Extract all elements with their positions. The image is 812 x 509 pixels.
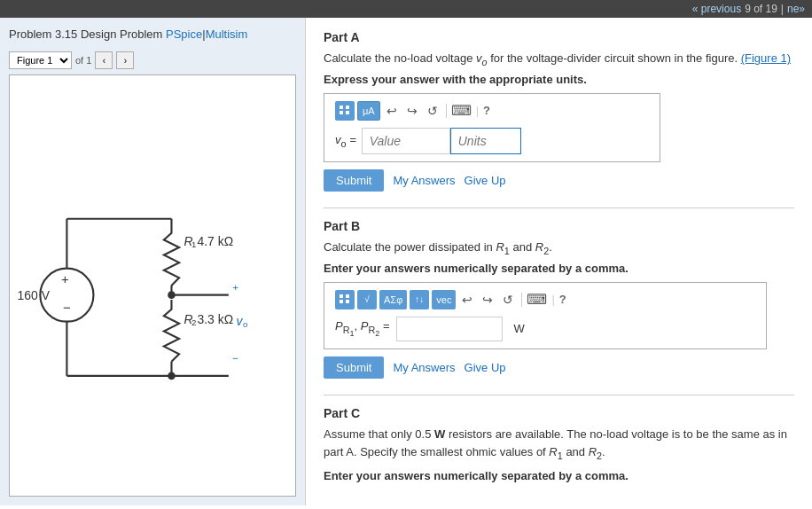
main-layout: Problem 3.15 Design Problem PSpice|Multi…	[0, 18, 812, 505]
redo-button[interactable]: ↪	[403, 102, 421, 120]
circuit-svg: + − 160 V R 1 4.7 kΩ	[10, 75, 295, 496]
b-undo-button[interactable]: ↩	[458, 291, 476, 309]
part-b-description: Calculate the power dissipated in R1 and…	[324, 239, 794, 258]
part-b-answer-box: √ ΑΣφ ↑↓ vec ↩ ↪ ↺ ⌨ | ? PR1, PR2 = W	[324, 282, 767, 349]
part-a-submit-button[interactable]: Submit	[324, 169, 384, 192]
vo-label: vo =	[335, 133, 356, 149]
keyboard-icon: ⌨	[451, 102, 472, 119]
b-vec-button[interactable]: vec	[432, 290, 456, 309]
part-b-instruction: Enter your answers numerically separated…	[324, 262, 794, 275]
circuit-diagram: + − 160 V R 1 4.7 kΩ	[9, 74, 296, 497]
matrix-button[interactable]	[335, 101, 355, 121]
power-input[interactable]	[396, 317, 503, 341]
part-a-submit-row: Submit My Answers Give Up	[324, 169, 794, 192]
figure-next-btn[interactable]: ›	[116, 51, 134, 69]
value-input[interactable]	[362, 128, 450, 154]
undo-button[interactable]: ↩	[383, 102, 401, 120]
part-a-instruction: Express your answer with the appropriate…	[324, 73, 794, 86]
next-link[interactable]: ne»	[787, 3, 805, 15]
part-b-title: Part B	[324, 219, 794, 233]
part-a-give-up-link[interactable]: Give Up	[465, 174, 506, 187]
right-panel: Part A Calculate the no-load voltage vo …	[306, 18, 812, 505]
part-b-submit-row: Submit My Answers Give Up	[324, 356, 794, 379]
tb-separator	[446, 104, 447, 118]
b-arrows-button[interactable]: ↑↓	[410, 290, 429, 309]
pspice-link[interactable]: PSpice	[166, 27, 202, 41]
b-separator-bar: |	[551, 293, 554, 306]
part-b-give-up-link[interactable]: Give Up	[465, 361, 506, 374]
part-b-input-row: PR1, PR2 = W	[335, 317, 755, 341]
svg-text:2: 2	[191, 317, 196, 327]
svg-text:+: +	[61, 271, 69, 286]
unit-button[interactable]: μA	[357, 101, 380, 121]
part-a-title: Part A	[324, 30, 794, 44]
part-a-my-answers-link[interactable]: My Answers	[393, 174, 455, 187]
svg-text:o: o	[243, 319, 247, 329]
part-b-my-answers-link[interactable]: My Answers	[393, 361, 455, 374]
b-tb-separator	[521, 293, 522, 307]
page-counter: 9 of 19	[745, 3, 777, 15]
help-icon: ?	[483, 104, 490, 117]
part-a-section: Part A Calculate the no-load voltage vo …	[324, 30, 794, 192]
part-a-description: Calculate the no-load voltage vo for the…	[324, 50, 794, 69]
part-c-instruction: Enter your answers numerically separated…	[324, 469, 794, 482]
unit-w-label: W	[513, 322, 524, 335]
svg-text:4.7 kΩ: 4.7 kΩ	[197, 234, 233, 248]
part-a-input-row: vo =	[335, 128, 649, 154]
figure-of-label: of 1	[75, 55, 91, 66]
part-ab-divider	[324, 208, 794, 208]
part-c-description: Assume that only 0.5 W resistors are ava…	[324, 426, 794, 465]
b-help-icon: ?	[559, 293, 566, 306]
separator-bar: |	[476, 104, 479, 117]
svg-text:−: −	[63, 300, 71, 315]
part-b-section: Part B Calculate the power dissipated in…	[324, 219, 794, 379]
part-bc-divider	[324, 395, 794, 395]
figure-area: Figure 1 of 1 ‹ › + − 160 V	[9, 51, 296, 497]
part-a-answer-box: μA ↩ ↪ ↺ ⌨ | ? vo =	[324, 93, 660, 162]
refresh-button[interactable]: ↺	[424, 102, 441, 120]
multisim-link[interactable]: Multisim	[206, 27, 248, 41]
figure-controls: Figure 1 of 1 ‹ ›	[9, 51, 296, 69]
separator: |	[781, 3, 784, 15]
figure-select[interactable]: Figure 1	[9, 51, 72, 69]
b-sqrt2-button[interactable]: √	[357, 290, 377, 309]
svg-text:+: +	[232, 282, 238, 294]
b-redo-button[interactable]: ↪	[479, 291, 496, 309]
units-input[interactable]	[450, 128, 521, 154]
part-c-title: Part C	[324, 406, 794, 420]
left-panel: Problem 3.15 Design Problem PSpice|Multi…	[0, 18, 306, 505]
b-keyboard-icon: ⌨	[527, 291, 547, 308]
power-label: PR1, PR2 =	[335, 319, 389, 338]
problem-title: Problem 3.15 Design Problem PSpice|Multi…	[9, 27, 296, 43]
part-c-section: Part C Assume that only 0.5 W resistors …	[324, 406, 794, 483]
figure-prev-btn[interactable]: ‹	[95, 51, 113, 69]
svg-text:−: −	[232, 352, 238, 364]
svg-text:1: 1	[191, 239, 196, 249]
b-sqrt-button[interactable]	[335, 290, 355, 309]
part-b-submit-button[interactable]: Submit	[324, 356, 384, 379]
previous-link[interactable]: « previous	[692, 3, 741, 15]
part-b-toolbar: √ ΑΣφ ↑↓ vec ↩ ↪ ↺ ⌨ | ?	[335, 290, 755, 309]
figure1-link[interactable]: (Figure 1)	[741, 51, 791, 65]
part-a-toolbar: μA ↩ ↪ ↺ ⌨ | ?	[335, 101, 649, 121]
b-refresh-button[interactable]: ↺	[499, 291, 517, 309]
svg-text:160 V: 160 V	[18, 288, 51, 302]
top-bar: « previous 9 of 19 | ne»	[0, 0, 812, 18]
svg-text:3.3 kΩ: 3.3 kΩ	[197, 312, 233, 326]
b-sigma-button[interactable]: ΑΣφ	[379, 290, 407, 309]
